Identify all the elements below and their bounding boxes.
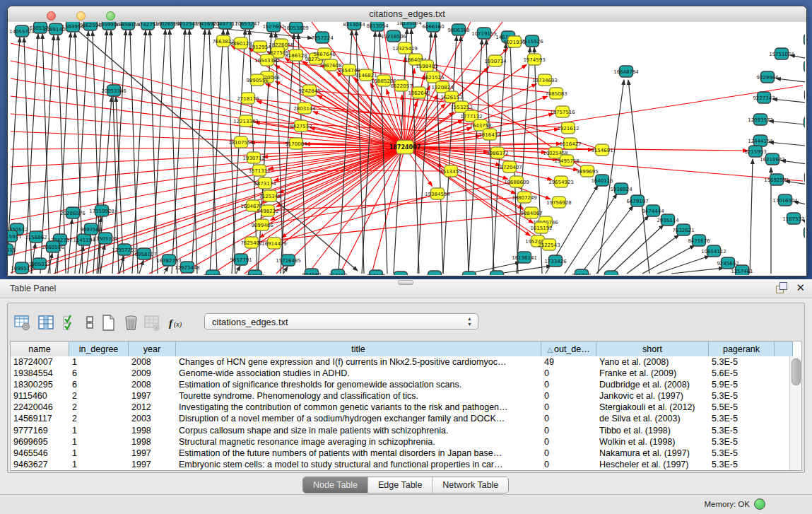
cell-title: Structural magnetic resonance image aver… — [176, 436, 541, 448]
graph-node-label: 8215953 — [744, 149, 766, 155]
graph-node[interactable] — [805, 89, 806, 100]
table-row[interactable]: 1938455462009Genome-wide association stu… — [11, 368, 790, 379]
column-header-in_degree[interactable]: in_degree — [69, 341, 129, 356]
create-table-button[interactable] — [98, 312, 119, 333]
close-panel-icon[interactable]: ✕ — [796, 282, 805, 293]
graph-node-label: 9242845 — [298, 88, 320, 94]
network-canvas[interactable]: 1872400714055724630537420891406138495498… — [8, 22, 806, 276]
import-table-button[interactable] — [142, 312, 163, 333]
cell-name: 19384554 — [11, 368, 69, 379]
graph-node-label: 19654923 — [548, 180, 574, 185]
table-row[interactable]: 946362711997Embryonic stem cells: a mode… — [11, 459, 790, 470]
table-row[interactable]: 911546021997Tourette syndrome. Phenomeno… — [11, 390, 790, 402]
table-row[interactable]: 1830029562008Estimation of significance … — [11, 379, 790, 390]
delete-table-button[interactable] — [121, 312, 142, 333]
graph-node-label: 1320824 — [431, 85, 454, 90]
graph-node-label: 9884067 — [520, 211, 542, 216]
import-table-icon — [143, 314, 161, 332]
graph-node[interactable] — [804, 34, 806, 45]
graph-node-label: 1873174 — [254, 181, 276, 187]
cell-in_degree: 1 — [69, 356, 129, 368]
table-settings-icon — [13, 314, 31, 332]
graph-node-label: 1156862 — [25, 235, 47, 240]
cell-name: 14569117 — [11, 413, 69, 424]
table-row[interactable]: 977716911998Corpus callosum shape and si… — [11, 425, 790, 436]
table-panel-title: Table Panel — [10, 284, 56, 293]
cell-out_de…: 0 — [541, 402, 596, 413]
graph-node-label: 9099486 — [251, 223, 273, 228]
graph-node-label: 1527602 — [262, 24, 284, 30]
graph-node[interactable] — [804, 227, 806, 238]
graph-node[interactable] — [804, 61, 806, 72]
cell-name: 18724007 — [11, 356, 69, 368]
graph-node-label: 1930734 — [484, 59, 507, 64]
tab-network-table[interactable]: Network Table — [432, 477, 508, 493]
cell-in_degree: 6 — [69, 368, 129, 379]
column-header-name[interactable]: name — [11, 341, 69, 356]
table-row[interactable]: 946554611997Estimation of the future num… — [11, 448, 790, 459]
tab-node-table[interactable]: Node Table — [303, 477, 367, 493]
cell-short: Stergiakouli et al. (2012) — [596, 402, 709, 413]
graph-node-label: 19495758 — [554, 158, 579, 164]
table-row[interactable]: 969969511998Structural magnetic resonanc… — [11, 436, 790, 448]
splitter-grip[interactable] — [398, 280, 413, 285]
table-selector-dropdown[interactable]: citations_edges.txt ▲▼ — [204, 313, 478, 330]
graph-node-label: 816304 — [246, 274, 265, 276]
cell-short: Franke et al. (2009) — [596, 368, 709, 379]
cell-short: Hescheler et al. (1997) — [596, 459, 709, 470]
window-titlebar[interactable]: citations_edges.txt — [8, 6, 806, 23]
graph-node-label: 2718176 — [237, 96, 259, 102]
cell-short: Jankovic et al. (1997) — [596, 390, 709, 402]
graph-node-label: 1930712 — [242, 156, 264, 161]
table-settings-button[interactable] — [12, 312, 33, 333]
cell-year: 2003 — [129, 413, 176, 424]
trash-icon — [122, 314, 140, 332]
graph-node-label: 20206576 — [60, 211, 86, 216]
column-header-year[interactable]: year — [129, 341, 176, 356]
column-header-pagerank[interactable]: pagerank — [709, 341, 775, 356]
graph-node-label: 20053346 — [101, 88, 126, 94]
graph-node[interactable] — [804, 117, 806, 128]
table-body: 1872400712008Changes of HCN gene express… — [11, 356, 790, 470]
column-header-title[interactable]: title — [176, 341, 541, 356]
cell-year: 2009 — [129, 368, 176, 379]
cell-out_de…: 0 — [541, 413, 596, 424]
vertical-scrollbar[interactable] — [789, 356, 801, 470]
function-builder-button[interactable]: f (x) — [166, 312, 192, 333]
graph-node-label: 1733426 — [544, 259, 567, 264]
column-header-out_de…[interactable]: △out_de… — [541, 341, 596, 356]
graph-node-label: 9329966 — [756, 75, 779, 81]
graph-node-label: 5467646 — [313, 52, 336, 57]
cell-name: 9777169 — [11, 425, 69, 436]
graph-node-label: 17016504 — [772, 198, 798, 204]
float-panel-icon[interactable] — [776, 282, 787, 293]
table-row[interactable]: 1456911722003Disruption of a novel membe… — [11, 413, 790, 424]
column-header-filler[interactable] — [775, 341, 793, 356]
cell-name: 9463627 — [11, 459, 69, 470]
graph-node-label: 18807249 — [512, 195, 537, 201]
show-columns-button[interactable] — [36, 312, 57, 333]
cell-in_degree: 2 — [69, 402, 129, 413]
cell-year: 1998 — [129, 436, 176, 448]
cell-title: Estimation of the future numbers of pati… — [176, 448, 541, 459]
window-title: citations_edges.txt — [8, 8, 806, 19]
show-columns-icon — [37, 314, 55, 332]
tab-edge-table[interactable]: Edge Table — [367, 477, 432, 493]
cell-title: Changes of HCN gene expression and I(f) … — [176, 356, 541, 368]
select-columns-button[interactable] — [60, 312, 81, 333]
table-row[interactable]: 2242004622012Investigating the contribut… — [11, 402, 790, 413]
graph-node-label: 105341 — [488, 274, 507, 276]
graph-node[interactable] — [805, 172, 806, 183]
graph-node-label: 2522543 — [538, 243, 560, 248]
scrollbar-thumb[interactable] — [792, 358, 801, 385]
column-header-short[interactable]: short — [596, 341, 709, 356]
graph-node-label: 9097588 — [80, 227, 102, 233]
cell-in_degree: 1 — [69, 448, 129, 459]
cell-title: Tourette syndrome. Phenomenology and cla… — [176, 390, 541, 402]
table-row[interactable]: 1872400712008Changes of HCN gene express… — [11, 356, 790, 368]
graph-node-label: 16053809 — [283, 25, 309, 31]
graph-node-label: 9474444 — [642, 209, 664, 214]
cell-pagerank: 5.3E-5 — [709, 413, 775, 424]
memory-status-icon[interactable] — [754, 498, 765, 510]
graph-node-label: 1640115 — [591, 178, 613, 184]
